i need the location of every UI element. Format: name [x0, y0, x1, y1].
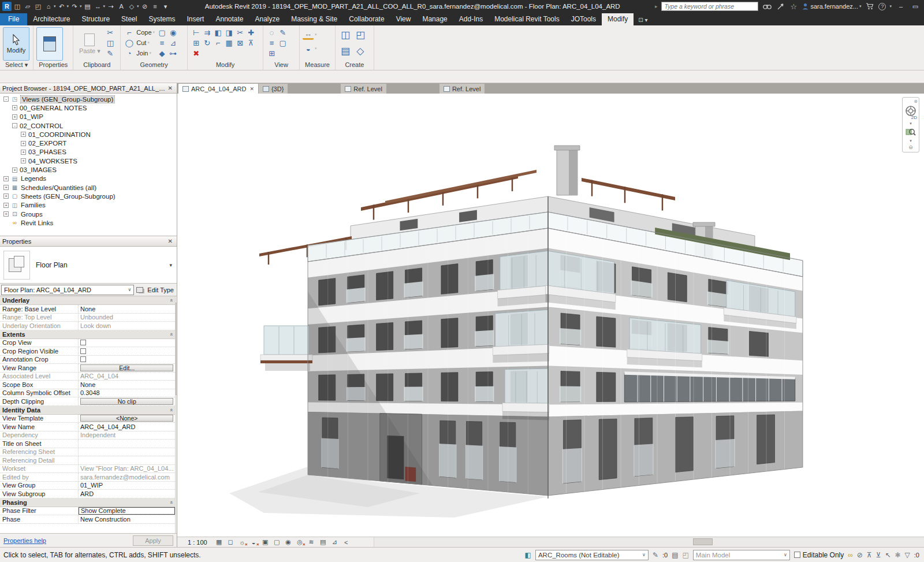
panel-label-geometry[interactable]: Geometry — [122, 61, 185, 70]
ribbon-tab-jotools[interactable]: JOTools — [565, 13, 602, 25]
tree-item-schedules-quantities-all-[interactable]: +▦Schedules/Quantities (all) — [0, 183, 177, 192]
redo-icon[interactable]: ↷ — [70, 2, 79, 11]
expand-icon[interactable]: + — [21, 158, 26, 163]
tree-item-02-export[interactable]: +02_EXPORT — [0, 139, 177, 147]
expand-icon[interactable]: + — [3, 193, 9, 199]
view-scale-button[interactable]: 1 : 100 — [183, 539, 212, 546]
property-value[interactable]: None — [79, 305, 175, 313]
properties-header[interactable]: Properties ✕ — [0, 236, 177, 247]
join-button[interactable]: ◔Join▾ — [124, 48, 155, 58]
measure-icon[interactable]: ↔ — [94, 2, 103, 11]
property-value[interactable]: 0.3048 — [79, 389, 175, 397]
editing-requests-icon[interactable]: ✎ — [653, 551, 658, 559]
section-header-extents[interactable]: Extents« — [0, 330, 175, 339]
demolish-hammer-icon[interactable]: ⊶ — [167, 48, 178, 58]
value-button[interactable]: No clip — [80, 398, 173, 405]
drawing-area[interactable]: ⊗ 2D ▾ ▾ ⊖ — [177, 94, 924, 537]
ribbon-tab-modify[interactable]: Modify — [602, 13, 634, 25]
value-button[interactable]: <None> — [80, 415, 173, 422]
editable-only-checkbox[interactable]: Editable Only — [794, 551, 844, 559]
property-value[interactable] — [79, 347, 175, 355]
view-tab-0[interactable]: ARC_04_L04_ARD✕ — [178, 84, 258, 94]
default-3d-view-icon-dropdown[interactable]: ▾ — [137, 4, 139, 9]
sun-path-icon[interactable]: ☼× — [238, 539, 247, 546]
panel-label-view[interactable]: View — [265, 61, 297, 70]
ribbon-tab-insert[interactable]: Insert — [181, 13, 210, 25]
show-crop-region-icon[interactable]: ▢ — [273, 538, 281, 546]
cut-profile-icon[interactable]: ≡ — [266, 38, 277, 48]
properties-palette-button[interactable] — [36, 27, 63, 61]
offset-icon[interactable]: ⇉ — [202, 27, 213, 38]
detail-level-icon[interactable]: ▦ — [215, 538, 223, 546]
ribbon-tab-manage[interactable]: Manage — [416, 13, 453, 25]
property-value[interactable]: ARC_04_L04_ARD — [79, 423, 175, 431]
expand-icon[interactable]: + — [3, 211, 9, 217]
wall-joins-icon[interactable]: ◉ — [167, 27, 178, 38]
modify-tool-button[interactable]: Modify — [3, 27, 29, 61]
paint-icon[interactable]: ◆ — [157, 48, 167, 58]
property-value[interactable]: <None> — [79, 415, 175, 423]
spot-dimension-button[interactable]: ◒▾ — [303, 43, 317, 54]
align-icon[interactable]: ⊢ — [191, 27, 202, 38]
section-header-underlay[interactable]: Underlay« — [0, 296, 175, 305]
view-tab-1[interactable]: {3D} — [259, 84, 288, 94]
project-browser-close-icon[interactable]: ✕ — [166, 85, 174, 91]
array-icon[interactable]: ▦ — [223, 38, 234, 48]
visual-style-icon[interactable]: ◻ — [226, 538, 235, 546]
property-value[interactable] — [79, 339, 175, 347]
navbar-close-icon[interactable]: ⊗ — [914, 99, 919, 104]
ribbon-tab-massing-site[interactable]: Massing & Site — [285, 13, 343, 25]
save-icon[interactable]: ◰ — [33, 2, 43, 11]
horizontal-scrollbar[interactable] — [374, 537, 924, 547]
expand-icon[interactable]: + — [21, 132, 26, 137]
match-type-properties-icon[interactable]: ✎ — [105, 48, 116, 58]
ribbon-tab-systems[interactable]: Systems — [143, 13, 181, 25]
zoom-dropdown-icon[interactable]: ▾ — [910, 139, 912, 143]
panel-label-create[interactable]: Create — [337, 61, 372, 70]
cut-to-clipboard-icon[interactable]: ✂ — [105, 27, 116, 38]
default-3d-view-icon[interactable]: ◇ — [127, 2, 136, 11]
panel-label-measure[interactable]: Measure — [301, 61, 333, 70]
mirror-pick-axis-icon[interactable]: ◧ — [213, 27, 223, 38]
mirror-draw-axis-icon[interactable]: ◨ — [223, 27, 234, 38]
expand-icon[interactable]: + — [12, 114, 17, 120]
view-tab-3[interactable]: Ref. Level — [439, 84, 485, 94]
type-selector[interactable]: Floor Plan ▾ — [0, 247, 177, 284]
beam-joins-icon[interactable]: ≡ — [157, 38, 167, 48]
help-dropdown-icon[interactable]: ▾ — [889, 4, 892, 9]
checkbox[interactable] — [80, 356, 86, 362]
expand-icon[interactable]: + — [12, 105, 17, 110]
exclude-options-icon[interactable]: ⊘ — [857, 551, 863, 559]
tree-item-02-control[interactable]: -02_CONTROL — [0, 121, 177, 130]
rotate-icon[interactable]: ↻ — [202, 38, 213, 48]
properties-close-icon[interactable]: ✕ — [166, 238, 174, 244]
copy-icon[interactable]: ⊞ — [191, 38, 202, 48]
measure-between-references-button[interactable]: ↔▾ — [303, 29, 317, 40]
modify-states-dropdown-icon[interactable]: ⊡ ▾ — [634, 17, 652, 25]
synchronize-icon[interactable]: ⌂ — [44, 2, 53, 11]
tree-item-01-wip[interactable]: +01_WIP — [0, 113, 177, 121]
cut-dropdown-icon[interactable]: ▾ — [147, 40, 150, 45]
expand-icon[interactable]: + — [3, 176, 9, 181]
property-value[interactable] — [79, 448, 175, 456]
trim-extend-icon[interactable]: ⌐ — [213, 38, 223, 48]
crop-view-icon[interactable]: ▣ — [261, 538, 270, 546]
panel-label-modify[interactable]: Modify — [189, 61, 261, 70]
type-selector-dropdown-icon[interactable]: ▾ — [169, 262, 173, 268]
property-value[interactable]: View "Floor Plan: ARC_04_L04... — [79, 465, 175, 473]
section-icon[interactable]: ⊘ — [140, 2, 150, 11]
print-icon[interactable]: ▤ — [83, 2, 92, 11]
tree-item-families[interactable]: +◫Families — [0, 201, 177, 210]
property-value[interactable]: Independent — [79, 431, 175, 440]
search-input[interactable] — [661, 2, 758, 11]
tree-item-01-coordination[interactable]: +01_COORDINATION — [0, 130, 177, 139]
pin-icon[interactable]: ⊼ — [245, 38, 256, 48]
pin-icon[interactable]: ⊼ — [867, 551, 872, 559]
apply-button[interactable]: Apply — [133, 535, 173, 546]
property-value[interactable]: No clip — [79, 397, 175, 405]
expand-icon[interactable]: + — [3, 203, 9, 208]
section-header-phasing[interactable]: Phasing« — [0, 498, 175, 507]
app-store-cart-icon[interactable] — [865, 2, 874, 11]
property-value[interactable]: Unbounded — [79, 314, 175, 322]
tree-item-04-worksets[interactable]: +04_WORKSETS — [0, 157, 177, 165]
